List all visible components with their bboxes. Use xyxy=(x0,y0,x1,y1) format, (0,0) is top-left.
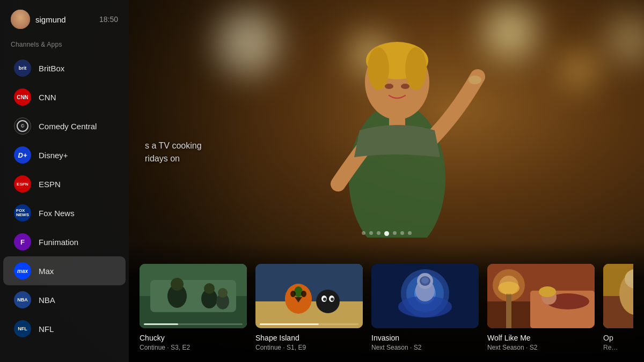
comedy-central-label: Comedy Central xyxy=(39,122,97,131)
shape-island-thumbnail xyxy=(255,264,363,328)
shelf-item-wolf-like-me[interactable]: Wolf Like Me Next Season · S2 xyxy=(487,264,595,351)
svg-point-23 xyxy=(290,291,296,297)
dot-6[interactable] xyxy=(400,231,404,235)
chucky-progress-bar xyxy=(144,323,243,325)
espn-icon: ESPN xyxy=(14,175,31,193)
extra-thumbnail xyxy=(603,264,633,328)
avatar xyxy=(11,10,30,29)
shape-island-title: Shape Island xyxy=(255,334,363,342)
svg-point-38 xyxy=(421,277,429,284)
cnn-label: CNN xyxy=(39,93,56,102)
cnn-icon: CNN xyxy=(14,88,31,106)
hero-text: s a TV cooking ridays on xyxy=(145,139,202,165)
dot-1[interactable] xyxy=(362,231,365,235)
dot-3[interactable] xyxy=(377,231,380,235)
nfl-icon: NFL xyxy=(14,320,31,337)
svg-point-15 xyxy=(204,283,215,294)
dot-5[interactable] xyxy=(393,231,397,235)
dots-indicator xyxy=(129,231,644,236)
chucky-title: Chucky xyxy=(140,334,247,342)
svg-point-4 xyxy=(405,47,427,90)
svg-point-21 xyxy=(294,286,303,297)
svg-point-17 xyxy=(218,288,228,298)
shape-island-subtitle: Continue · S1, E9 xyxy=(255,344,363,351)
hero-description: s a TV cooking ridays on xyxy=(145,139,202,165)
disney-label: Disney+ xyxy=(39,151,68,160)
sidebar: sigmund 18:50 Channels & Apps brit BritB… xyxy=(0,0,129,362)
person-silhouette xyxy=(263,7,531,238)
hero-person xyxy=(150,0,644,244)
wolf-like-me-subtitle: Next Season · S2 xyxy=(487,344,595,351)
svg-point-6 xyxy=(401,84,409,89)
funimation-label: Funimation xyxy=(39,238,78,247)
svg-point-8 xyxy=(469,76,481,84)
username: sigmund xyxy=(35,15,66,24)
sidebar-item-comedy-central[interactable]: © Comedy Central xyxy=(3,112,126,141)
extra-title: Op xyxy=(603,334,633,342)
sidebar-item-max[interactable]: max Max xyxy=(3,256,126,285)
channel-list: brit BritBox CNN CNN © Comedy Central D+… xyxy=(0,54,129,362)
foxnews-icon: FOXNEWS xyxy=(14,204,31,221)
time-display: 18:50 xyxy=(99,15,118,24)
dot-7[interactable] xyxy=(408,231,412,235)
max-label: Max xyxy=(39,267,54,276)
svg-point-24 xyxy=(301,291,306,297)
svg-point-48 xyxy=(498,282,519,294)
sidebar-item-cnn[interactable]: CNN CNN xyxy=(3,83,126,112)
sidebar-header: sigmund 18:50 xyxy=(0,0,129,36)
funimation-icon: F xyxy=(14,233,31,250)
wolf-like-me-thumbnail xyxy=(487,264,595,328)
nfl-label: NFL xyxy=(39,324,54,334)
chucky-subtitle: Continue · S3, E2 xyxy=(140,344,247,351)
sidebar-item-nfl[interactable]: NFL NFL xyxy=(3,314,126,343)
user-info: sigmund xyxy=(11,10,66,29)
wolf-like-me-title: Wolf Like Me xyxy=(487,334,595,342)
svg-point-25 xyxy=(316,290,340,313)
invasion-subtitle: Next Season · S2 xyxy=(371,344,479,351)
svg-point-3 xyxy=(368,47,389,90)
shape-island-progress-bar xyxy=(260,323,358,325)
svg-point-13 xyxy=(171,278,184,291)
sidebar-item-disney[interactable]: D+ Disney+ xyxy=(3,141,126,169)
content-shelf: Chucky Continue · S3, E2 xyxy=(129,241,644,362)
nba-icon: NBA xyxy=(14,291,31,308)
chucky-thumbnail xyxy=(140,264,247,328)
disney-icon: D+ xyxy=(14,146,31,164)
shelf-item-invasion[interactable]: Invasion Next Season · S2 xyxy=(371,264,479,351)
max-icon: max xyxy=(14,262,31,279)
britbox-icon: brit xyxy=(14,60,31,77)
sidebar-item-foxnews[interactable]: FOXNEWS Fox News xyxy=(3,198,126,227)
comedy-central-icon: © xyxy=(14,117,31,135)
invasion-title: Invasion xyxy=(371,334,479,342)
invasion-thumbnail xyxy=(371,264,479,328)
dot-4[interactable] xyxy=(384,231,389,236)
svg-point-44 xyxy=(539,286,556,297)
nba-label: NBA xyxy=(39,295,55,305)
dot-2[interactable] xyxy=(369,231,373,235)
shelf-item-extra[interactable]: Op Re… xyxy=(603,264,633,351)
svg-rect-47 xyxy=(506,293,511,328)
shelf-item-chucky[interactable]: Chucky Continue · S3, E2 xyxy=(140,264,247,351)
svg-point-28 xyxy=(323,298,326,301)
channels-section-label: Channels & Apps xyxy=(0,36,129,54)
shelf-item-shape-island[interactable]: Shape Island Continue · S1, E9 xyxy=(255,264,363,351)
foxnews-label: Fox News xyxy=(39,209,75,218)
extra-subtitle: Re… xyxy=(603,344,633,351)
sidebar-item-espn[interactable]: ESPN ESPN xyxy=(3,169,126,198)
svg-point-29 xyxy=(331,298,334,301)
svg-point-5 xyxy=(385,84,393,89)
britbox-label: BritBox xyxy=(39,64,64,73)
espn-label: ESPN xyxy=(39,180,61,189)
sidebar-item-britbox[interactable]: brit BritBox xyxy=(3,54,126,83)
shelf-items: Chucky Continue · S3, E2 xyxy=(140,264,633,351)
sidebar-item-funimation[interactable]: F Funimation xyxy=(3,227,126,256)
sidebar-item-nba[interactable]: NBA NBA xyxy=(3,285,126,314)
